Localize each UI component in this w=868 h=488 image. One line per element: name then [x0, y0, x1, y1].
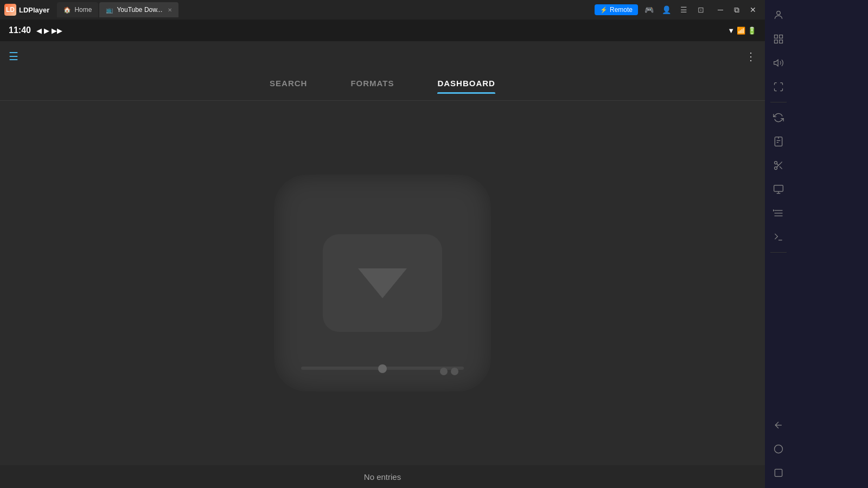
youtube-tab-icon: 📺 — [106, 7, 113, 14]
remote-button[interactable]: Remote — [595, 4, 638, 15]
tv-control-dots — [440, 368, 458, 375]
status-icons: ◀ ▶ ▶▶ — [36, 27, 62, 35]
app-header: ☰ ⋮ — [0, 41, 765, 72]
no-entries-text: No entries — [364, 472, 401, 481]
tab-dashboard[interactable]: DASHBOARD — [437, 79, 495, 93]
more-options-button[interactable]: ⋮ — [745, 50, 756, 63]
youtube-tab-label: YouTube Dow... — [117, 6, 162, 14]
tv-dot-2 — [451, 368, 458, 375]
fast-forward-icon: ▶▶ — [52, 27, 62, 35]
empty-state-icon — [269, 169, 496, 397]
minimize-button[interactable]: ─ — [713, 2, 728, 17]
status-right-icons: ▼ 📶 🔋 — [727, 27, 756, 35]
tab-home[interactable]: 🏠 Home — [57, 2, 98, 17]
svg-point-11 — [775, 445, 783, 453]
scissors-icon[interactable] — [768, 155, 789, 176]
tv-dot-1 — [440, 368, 448, 375]
menu-icon[interactable]: ☰ — [677, 3, 690, 16]
status-time: 11:40 — [9, 25, 31, 35]
svg-rect-3 — [775, 40, 778, 43]
tv-progress-dot — [378, 364, 387, 373]
play-icon: ▶ — [44, 27, 49, 35]
tv-shape — [274, 175, 491, 391]
svg-point-7 — [775, 167, 777, 170]
youtube-tab-close[interactable]: ✕ — [168, 7, 172, 13]
sidebar-separator-2 — [770, 252, 787, 253]
hamburger-menu-button[interactable]: ☰ — [9, 51, 18, 62]
apk-icon[interactable] — [768, 131, 789, 152]
home-tab-icon: 🏠 — [63, 7, 71, 14]
svg-rect-4 — [780, 40, 783, 43]
home-circle-icon[interactable] — [768, 438, 789, 460]
square-icon[interactable] — [768, 462, 789, 484]
sidebar-separator-1 — [770, 102, 787, 102]
rewind-icon: ◀ — [36, 27, 42, 35]
svg-point-9 — [773, 210, 774, 211]
battery-icon: 🔋 — [748, 27, 756, 35]
gamepad-icon[interactable]: 🎮 — [642, 3, 655, 16]
window-controls: ─ ⧉ ✕ — [713, 2, 761, 17]
nav-tabs: SEARCH FORMATS DASHBOARD — [0, 72, 765, 101]
svg-rect-12 — [775, 469, 782, 476]
display-icon[interactable] — [768, 178, 789, 200]
svg-rect-8 — [774, 185, 783, 192]
emulator-container: LD LDPlayer 🏠 Home 📺 YouTube Dow... ✕ Re… — [0, 0, 765, 488]
svg-rect-2 — [780, 35, 783, 38]
list-icon[interactable] — [768, 202, 789, 224]
grid-icon[interactable] — [768, 28, 789, 50]
svg-point-0 — [777, 11, 781, 15]
download-arrow-icon — [358, 268, 407, 298]
tab-search[interactable]: SEARCH — [270, 79, 307, 93]
restore-button[interactable]: ⧉ — [729, 2, 744, 17]
home-tab-label: Home — [74, 6, 92, 14]
volume-icon[interactable] — [768, 52, 789, 74]
tabs-area: 🏠 Home 📺 YouTube Dow... ✕ — [57, 2, 591, 17]
right-sidebar — [765, 0, 792, 488]
svg-rect-1 — [775, 35, 778, 38]
app-name: LDPlayer — [19, 6, 49, 14]
back-icon[interactable] — [768, 414, 789, 436]
wifi-icon: ▼ — [727, 27, 735, 35]
rotate-icon[interactable] — [768, 107, 789, 129]
signal-icon: 📶 — [737, 27, 745, 35]
ldplayer-logo-icon: LD — [4, 4, 16, 16]
person-icon[interactable] — [768, 4, 789, 26]
user-icon[interactable]: 👤 — [660, 3, 673, 16]
svg-point-6 — [775, 162, 777, 164]
screenshot-icon[interactable]: ⊡ — [694, 3, 707, 16]
resize-icon[interactable] — [768, 76, 789, 98]
tab-formats[interactable]: FORMATS — [350, 79, 394, 93]
app-logo: LD LDPlayer — [4, 4, 49, 16]
tab-youtube[interactable]: 📺 YouTube Dow... ✕ — [99, 2, 178, 17]
sidebar-bottom — [768, 414, 789, 484]
main-content — [0, 101, 765, 465]
bottom-bar: No entries — [0, 465, 765, 488]
terminal-icon[interactable] — [768, 226, 789, 248]
android-status-bar: 11:40 ◀ ▶ ▶▶ ▼ 📶 🔋 — [0, 20, 765, 41]
close-button[interactable]: ✕ — [745, 2, 761, 17]
title-bar-actions: Remote 🎮 👤 ☰ ⊡ — [595, 3, 707, 16]
tv-inner — [323, 234, 442, 332]
title-bar: LD LDPlayer 🏠 Home 📺 YouTube Dow... ✕ Re… — [0, 0, 765, 20]
